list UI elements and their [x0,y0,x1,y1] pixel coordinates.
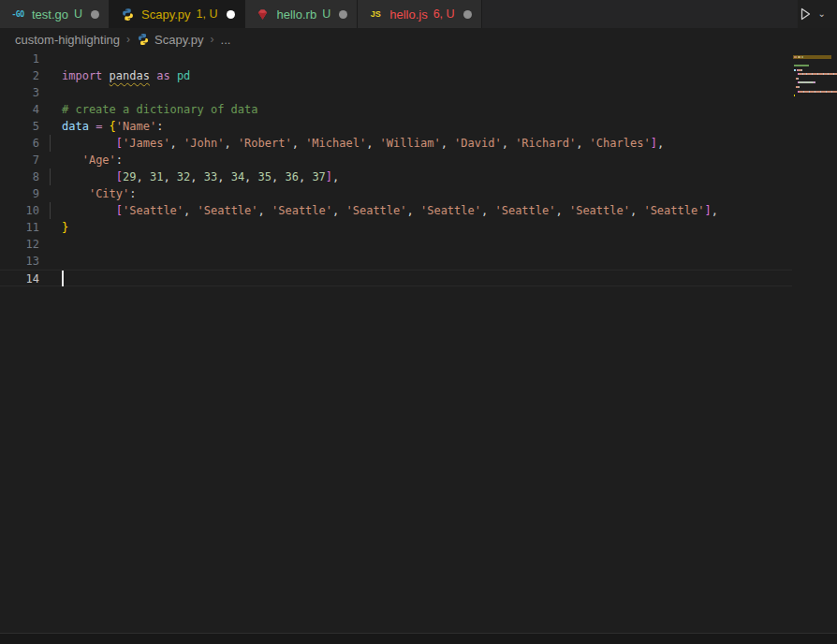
line-number: 14 [0,271,39,285]
modified-dot-icon[interactable] [463,10,472,19]
modified-dot-icon[interactable] [91,10,99,19]
tab-label: hello.js [389,7,427,22]
code-line-9[interactable]: 9 'City': [0,185,837,202]
code-line-4[interactable]: 4# create a dictionary of data [0,101,837,118]
tab-git-problem-decoration: U [322,7,330,21]
text-cursor [62,271,64,286]
line-number: 7 [0,152,39,168]
code-line-7[interactable]: 7 'Age': [0,152,837,168]
code-text: 'City': [62,185,137,202]
tab-label: hello.rb [277,7,317,22]
line-number: 6 [0,135,39,152]
code-text: [29, 31, 32, 33, 34, 35, 36, 37], [62,168,339,185]
code-line-11[interactable]: 11} [0,219,837,236]
go-icon: -GO [12,10,24,19]
tab-git-problem-decoration: 1, U [197,7,218,21]
code-text: ['James', 'John', 'Robert', 'Michael', '… [62,135,664,152]
play-icon [798,7,813,22]
run-button[interactable] [798,7,813,22]
code-line-12[interactable]: 12 [0,236,837,253]
tab-hello-rb[interactable]: hello.rbU [245,0,359,28]
code-text: data = {'Name': [62,118,163,135]
modified-dot-icon[interactable] [227,10,235,19]
line-number: 2 [0,67,39,84]
code-line-2[interactable]: 2import pandas as pd [0,67,837,84]
line-number: 5 [0,118,39,135]
tab-git-problem-decoration: U [74,7,82,21]
python-icon [121,7,135,22]
js-icon: JS [371,9,381,19]
breadcrumb-folder[interactable]: custom-highlighting [15,33,120,47]
code-editor[interactable]: 12import pandas as pd34# create a dictio… [0,51,837,633]
breadcrumb-file[interactable]: Scapy.py [137,33,204,47]
tab-label: Scapy.py [141,7,191,22]
code-text: ['Seattle', 'Seattle', 'Seattle', 'Seatt… [62,202,718,219]
indent-guide [50,168,51,185]
breadcrumb-more[interactable]: ... [221,33,231,47]
minimap[interactable] [792,51,837,633]
tab-test-go[interactable]: -GOtest.goU [0,0,110,28]
tab-bar: -GOtest.goUScapy.py1, Uhello.rbUJShello.… [0,0,837,28]
code-line-14[interactable]: 14 [0,270,837,286]
tab-label: test.go [32,7,68,22]
line-number: 3 [0,84,39,101]
tab-scapy-py[interactable]: Scapy.py1, U [110,0,244,28]
python-icon [137,33,150,46]
code-line-5[interactable]: 5data = {'Name': [0,118,837,135]
code-text: 'Age': [62,152,123,168]
tab-git-problem-decoration: 6, U [433,7,455,21]
indent-guide [50,202,51,219]
code-line-6[interactable]: 6 ['James', 'John', 'Robert', 'Michael',… [0,135,837,152]
code-text: } [62,219,68,236]
code-text: # create a dictionary of data [62,101,258,118]
modified-dot-icon[interactable] [339,10,347,19]
python-icon [137,33,150,46]
editor-actions: ⌄ [798,0,837,28]
code-line-3[interactable]: 3 [0,84,837,101]
panel-divider[interactable] [0,633,837,644]
code-line-10[interactable]: 10 ['Seattle', 'Seattle', 'Seattle', 'Se… [0,202,837,219]
indent-guide [50,135,51,152]
breadcrumb: custom-highlighting › Scapy.py › ... [0,28,837,51]
code-text: import pandas as pd [62,67,190,84]
minimap-line [792,107,837,111]
line-number: 12 [0,236,39,253]
line-number: 1 [0,51,39,67]
line-number: 8 [0,168,39,185]
code-line-1[interactable]: 1 [0,51,837,67]
line-number: 9 [0,185,39,202]
ruby-icon [256,7,270,22]
code-line-8[interactable]: 8 [29, 31, 32, 33, 34, 35, 36, 37], [0,168,837,185]
chevron-down-icon[interactable]: ⌄ [818,8,826,19]
line-number: 13 [0,253,39,270]
line-number: 4 [0,101,39,118]
tab-hello-js[interactable]: JShello.js6, U [358,0,481,28]
chevron-right-icon: › [211,33,214,46]
line-number: 11 [0,219,39,236]
code-line-13[interactable]: 13 [0,253,837,270]
line-number: 10 [0,202,39,219]
chevron-right-icon: › [126,33,130,46]
